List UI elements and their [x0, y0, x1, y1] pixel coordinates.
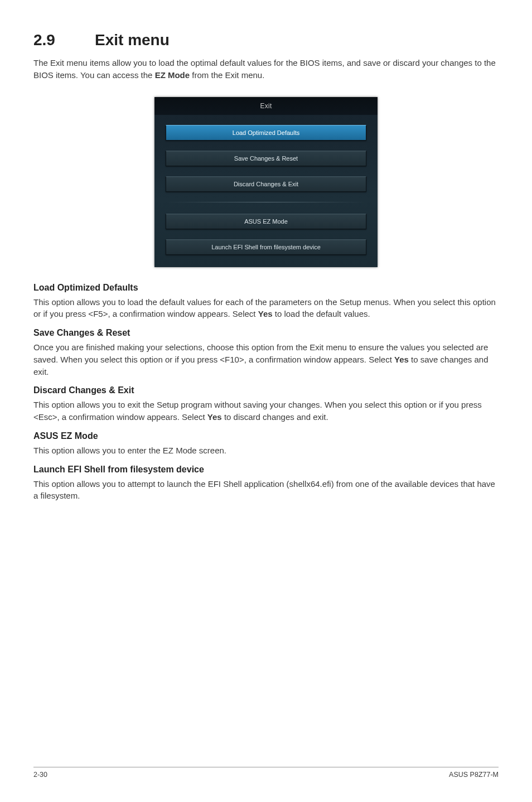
heading-asus-ez-mode: ASUS EZ Mode — [33, 431, 499, 441]
paragraph-save-changes-reset: Once you are finished making your select… — [33, 341, 499, 378]
lod-text-c: to load the default values. — [273, 309, 370, 318]
section-title-text: Exit menu — [95, 31, 170, 49]
footer-product-name: ASUS P8Z77-M — [449, 771, 499, 779]
paragraph-discard-changes-exit: This option allows you to exit the Setup… — [33, 399, 499, 423]
bios-item-save-changes-reset[interactable]: Save Changes & Reset — [166, 151, 366, 166]
dce-text-bold: Yes — [207, 412, 222, 422]
paragraph-load-optimized-defaults: This option allows you to load the defau… — [33, 296, 499, 321]
section-number: 2.9 — [33, 31, 95, 49]
intro-text-a: The Exit menu items allow you to load th… — [33, 58, 496, 80]
section-heading: 2.9Exit menu — [33, 31, 499, 49]
bios-divider — [166, 202, 366, 202]
bios-exit-panel: Exit Load Optimized Defaults Save Change… — [154, 97, 378, 267]
footer-page-number: 2-30 — [33, 771, 47, 779]
intro-paragraph: The Exit menu items allow you to load th… — [33, 57, 499, 81]
paragraph-launch-efi-shell: This option allows you to attempt to lau… — [33, 478, 499, 503]
intro-text-c: from the Exit menu. — [190, 70, 264, 80]
bios-item-load-optimized-defaults[interactable]: Load Optimized Defaults — [166, 125, 366, 141]
dce-text-c: to discard changes and exit. — [222, 412, 328, 422]
paragraph-asus-ez-mode: This option allows you to enter the EZ M… — [33, 445, 499, 457]
heading-discard-changes-exit: Discard Changes & Exit — [33, 385, 499, 395]
lod-text-bold: Yes — [258, 309, 273, 318]
bios-item-asus-ez-mode[interactable]: ASUS EZ Mode — [166, 214, 366, 229]
heading-launch-efi-shell: Launch EFI Shell from filesystem device — [33, 465, 499, 475]
intro-text-bold: EZ Mode — [155, 70, 190, 80]
page-footer: 2-30 ASUS P8Z77-M — [33, 767, 499, 779]
bios-item-discard-changes-exit[interactable]: Discard Changes & Exit — [166, 176, 366, 192]
bios-panel-body: Load Optimized Defaults Save Changes & R… — [154, 115, 378, 255]
heading-load-optimized-defaults: Load Optimized Defaults — [33, 283, 499, 293]
bios-item-launch-efi-shell[interactable]: Launch EFI Shell from filesystem device — [166, 239, 366, 255]
scr-text-bold: Yes — [394, 355, 409, 364]
heading-save-changes-reset: Save Changes & Reset — [33, 328, 499, 338]
bios-panel-header: Exit — [154, 97, 378, 115]
